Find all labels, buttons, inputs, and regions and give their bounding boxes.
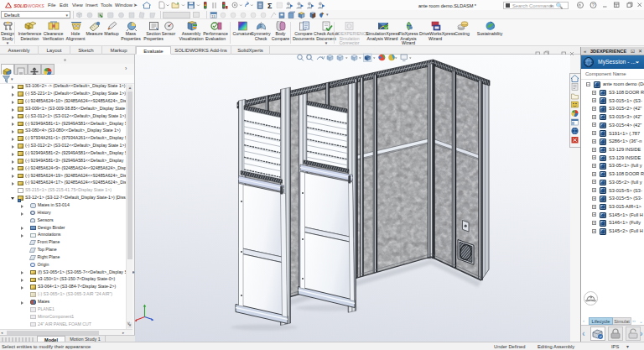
svg-text:WORKS: WORKS [28, 3, 44, 8]
svg-text:SOLID: SOLID [14, 3, 28, 8]
svg-text:Σ: Σ [267, 2, 273, 10]
svg-text:?: ? [592, 3, 595, 8]
svg-text:13: 13 [211, 14, 216, 18]
